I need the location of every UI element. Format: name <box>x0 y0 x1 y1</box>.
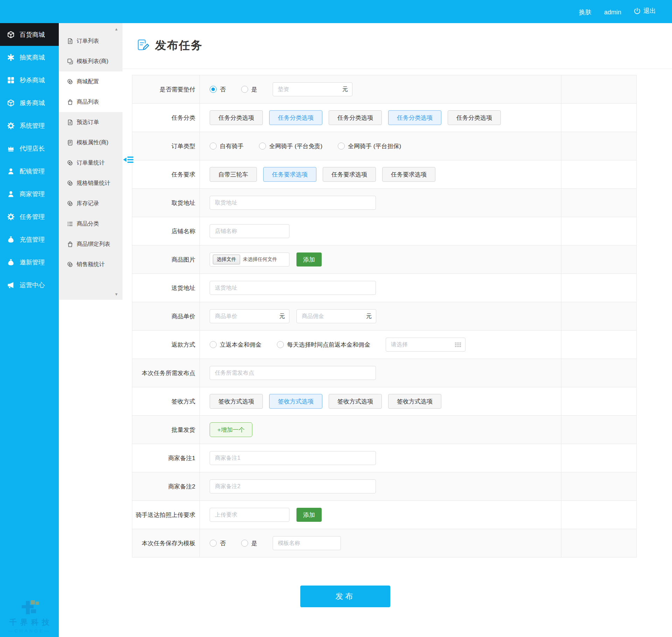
publish-button[interactable]: 发布 <box>300 586 390 607</box>
radio-circle-icon <box>241 540 248 547</box>
radio-option[interactable]: 否 <box>210 539 226 547</box>
option-button[interactable]: 任务分类选项 <box>329 110 382 125</box>
option-button[interactable]: 任务要求选项 <box>382 167 435 182</box>
scroll-up-icon[interactable]: ▲ <box>114 27 118 31</box>
form-row: 订单类型自有骑手全网骑手 (平台免责)全网骑手 (平台担保) <box>132 132 636 160</box>
radio-option[interactable]: 否 <box>210 85 226 94</box>
file-input[interactable]: 选择文件未选择任何文件 <box>210 252 289 266</box>
field-label: 批量发货 <box>132 416 200 444</box>
form-row: 是否需要垫付否是元 <box>132 75 636 104</box>
skin-link[interactable]: 换肤 <box>579 8 592 16</box>
submenu-item[interactable]: 商城配置 <box>59 71 122 92</box>
sidebar-item[interactable]: 系统管理 <box>0 114 59 137</box>
radio-label: 立返本金和佣金 <box>220 341 261 349</box>
submenu-item-label: 规格销量统计 <box>77 180 110 187</box>
product-commission-input[interactable] <box>301 313 364 320</box>
submenu-item[interactable]: 商品分类 <box>59 214 122 234</box>
submenu-item[interactable]: 库存记录 <box>59 193 122 214</box>
sidebar-item[interactable]: 代理店长 <box>0 137 59 160</box>
option-button[interactable]: 任务要求选项 <box>323 167 376 182</box>
empty-cell <box>561 302 636 330</box>
pickup-address-input[interactable] <box>214 199 371 206</box>
sidebar-item[interactable]: 商家管理 <box>0 182 59 205</box>
option-button[interactable]: 签收方式选项 <box>329 394 382 409</box>
radio-option[interactable]: 是 <box>241 539 257 547</box>
option-button[interactable]: 任务分类选项 <box>448 110 501 125</box>
field-content: +增加一个 <box>200 416 561 444</box>
field-content: 立返本金和佣金每天选择时间点前返本金和佣金 <box>200 331 561 359</box>
product-price-input[interactable] <box>214 313 277 320</box>
gear-icon <box>7 122 14 129</box>
template-name-input[interactable] <box>277 540 336 547</box>
radio-option[interactable]: 是 <box>241 85 257 94</box>
logout-link[interactable]: 退出 <box>634 7 656 15</box>
field-label: 是否需要垫付 <box>132 75 200 103</box>
option-button[interactable]: 任务要求选项 <box>263 167 316 182</box>
menu-collapse-icon[interactable] <box>123 155 134 164</box>
template-icon <box>67 58 73 64</box>
submenu-item-label: 商品绑定列表 <box>77 241 110 248</box>
sidebar-item[interactable]: 邀新管理 <box>0 251 59 274</box>
sidebar-item[interactable]: 运营中心 <box>0 274 59 296</box>
submenu-item[interactable]: 订单列表 <box>59 31 122 51</box>
sidebar-item[interactable]: 服务商城 <box>0 91 59 114</box>
publish-points-input-box <box>210 366 376 380</box>
refund-time-select-box <box>386 338 465 352</box>
option-button[interactable]: 签收方式选项 <box>210 394 263 409</box>
empty-cell <box>561 472 636 500</box>
option-button[interactable]: 签收方式选项 <box>388 394 441 409</box>
option-button[interactable]: 任务分类选项 <box>210 110 263 125</box>
brand-logo-icon <box>1 600 57 617</box>
sidebar-item[interactable]: 百货商城 <box>0 23 59 46</box>
delivery-address-input[interactable] <box>214 284 371 291</box>
option-button[interactable]: 任务分类选项 <box>269 110 322 125</box>
submenu-item[interactable]: 商品绑定列表 <box>59 234 122 254</box>
product-price-input-box: 元 <box>210 309 289 323</box>
submenu-item[interactable]: 模板属性(商) <box>59 132 122 153</box>
field-label: 取货地址 <box>132 189 200 217</box>
radio-option[interactable]: 全网骑手 (平台担保) <box>338 142 401 150</box>
submenu-item[interactable]: 销售额统计 <box>59 254 122 275</box>
submenu-item[interactable]: 商品列表 <box>59 92 122 112</box>
advance-amount-input[interactable] <box>277 86 340 93</box>
option-button[interactable]: 签收方式选项 <box>269 394 322 409</box>
submenu-item[interactable]: 模板列表(商) <box>59 51 122 71</box>
sidebar-item-label: 邀新管理 <box>20 258 45 266</box>
form-row: 商家备注1 <box>132 444 636 472</box>
refund-time-select[interactable] <box>390 341 452 348</box>
advance-amount-input-box: 元 <box>273 82 352 96</box>
choose-file-button[interactable]: 选择文件 <box>213 255 240 264</box>
sidebar-item[interactable]: 充值管理 <box>0 228 59 251</box>
delivery-address-input-box <box>210 281 376 295</box>
sidebar-item[interactable]: 配镜管理 <box>0 160 59 182</box>
radio-option[interactable]: 全网骑手 (平台免责) <box>259 142 322 150</box>
merchant-note2-input[interactable] <box>214 483 371 490</box>
submenu-item[interactable]: 预选订单 <box>59 112 122 132</box>
scroll-down-icon[interactable]: ▼ <box>114 292 118 296</box>
radio-option[interactable]: 每天选择时间点前返本金和佣金 <box>277 341 370 349</box>
sidebar-item[interactable]: 秒杀商城 <box>0 69 59 91</box>
submenu-item-label: 商城配置 <box>77 78 99 85</box>
submenu-item[interactable]: 订单量统计 <box>59 153 122 173</box>
option-button[interactable]: 自带三轮车 <box>210 167 257 182</box>
admin-link[interactable]: admin <box>604 9 621 16</box>
grid-icon <box>7 77 14 84</box>
shop-name-input[interactable] <box>214 228 285 235</box>
add-upload-requirement-button[interactable]: 添加 <box>296 508 322 522</box>
sidebar-item[interactable]: 抽奖商城 <box>0 46 59 69</box>
radio-label: 否 <box>220 539 226 547</box>
publish-points-input[interactable] <box>214 369 371 376</box>
radio-option[interactable]: 立返本金和佣金 <box>210 341 261 349</box>
submenu-item-label: 库存记录 <box>77 200 99 207</box>
merchant-note1-input[interactable] <box>214 455 371 462</box>
form-row: 商品图片选择文件未选择任何文件添加 <box>132 245 636 274</box>
sidebar-item-label: 百货商城 <box>20 30 45 39</box>
add-image-button[interactable]: 添加 <box>296 252 322 266</box>
add-batch-button[interactable]: +增加一个 <box>210 422 252 437</box>
upload-requirement-input[interactable] <box>214 511 285 518</box>
radio-label: 否 <box>220 85 226 94</box>
sidebar-item[interactable]: 任务管理 <box>0 205 59 228</box>
option-button[interactable]: 任务分类选项 <box>388 110 441 125</box>
radio-option[interactable]: 自有骑手 <box>210 142 244 150</box>
submenu-item[interactable]: 规格销量统计 <box>59 173 122 193</box>
